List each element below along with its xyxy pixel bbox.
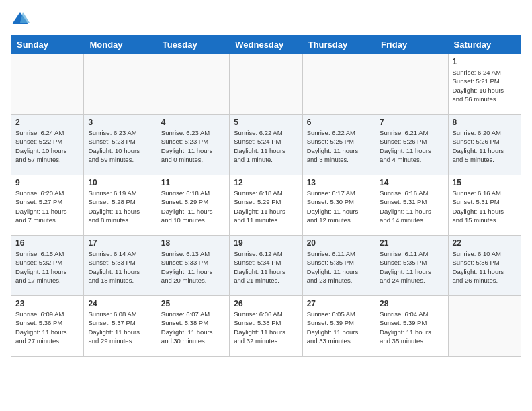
calendar-cell: 15Sunrise: 6:16 AM Sunset: 5:31 PM Dayli… — [448, 175, 521, 236]
calendar-cell: 17Sunrise: 6:14 AM Sunset: 5:33 PM Dayli… — [84, 236, 157, 296]
calendar-cell: 3Sunrise: 6:23 AM Sunset: 5:23 PM Daylig… — [84, 115, 157, 175]
calendar-cell: 11Sunrise: 6:18 AM Sunset: 5:29 PM Dayli… — [157, 175, 229, 236]
day-info: Sunrise: 6:18 AM Sunset: 5:29 PM Dayligh… — [161, 189, 225, 224]
day-info: Sunrise: 6:12 AM Sunset: 5:34 PM Dayligh… — [234, 249, 298, 285]
day-info: Sunrise: 6:15 AM Sunset: 5:32 PM Dayligh… — [15, 249, 79, 285]
day-info: Sunrise: 6:23 AM Sunset: 5:23 PM Dayligh… — [88, 128, 152, 164]
day-info: Sunrise: 6:22 AM Sunset: 5:24 PM Dayligh… — [234, 128, 298, 164]
weekday-header-sunday: Sunday — [11, 36, 84, 54]
day-info: Sunrise: 6:06 AM Sunset: 5:38 PM Dayligh… — [234, 310, 298, 345]
day-number: 4 — [161, 118, 225, 127]
calendar-cell: 20Sunrise: 6:11 AM Sunset: 5:35 PM Dayli… — [302, 236, 375, 296]
calendar-cell: 27Sunrise: 6:05 AM Sunset: 5:39 PM Dayli… — [302, 296, 375, 357]
day-info: Sunrise: 6:07 AM Sunset: 5:38 PM Dayligh… — [161, 310, 225, 345]
calendar-cell: 24Sunrise: 6:08 AM Sunset: 5:37 PM Dayli… — [84, 296, 157, 357]
calendar-cell — [448, 296, 521, 357]
svg-marker-1 — [20, 12, 30, 23]
logo-icon — [11, 11, 30, 30]
day-info: Sunrise: 6:23 AM Sunset: 5:23 PM Dayligh… — [161, 128, 225, 164]
calendar-cell: 26Sunrise: 6:06 AM Sunset: 5:38 PM Dayli… — [230, 296, 302, 357]
day-number: 10 — [88, 178, 152, 187]
day-number: 7 — [380, 118, 443, 127]
day-info: Sunrise: 6:17 AM Sunset: 5:30 PM Dayligh… — [307, 189, 371, 224]
calendar-cell: 10Sunrise: 6:19 AM Sunset: 5:28 PM Dayli… — [84, 175, 157, 236]
calendar-cell: 14Sunrise: 6:16 AM Sunset: 5:31 PM Dayli… — [375, 175, 448, 236]
calendar-cell — [302, 54, 375, 115]
calendar-cell: 25Sunrise: 6:07 AM Sunset: 5:38 PM Dayli… — [157, 296, 229, 357]
calendar-cell: 19Sunrise: 6:12 AM Sunset: 5:34 PM Dayli… — [230, 236, 302, 296]
day-number: 20 — [307, 238, 371, 248]
calendar-cell — [84, 54, 157, 115]
calendar-cell: 16Sunrise: 6:15 AM Sunset: 5:32 PM Dayli… — [11, 236, 84, 296]
calendar-cell: 22Sunrise: 6:10 AM Sunset: 5:36 PM Dayli… — [448, 236, 521, 296]
calendar-week-2: 9Sunrise: 6:20 AM Sunset: 5:27 PM Daylig… — [11, 175, 521, 236]
calendar-cell: 21Sunrise: 6:11 AM Sunset: 5:35 PM Dayli… — [375, 236, 448, 296]
calendar-cell: 8Sunrise: 6:20 AM Sunset: 5:26 PM Daylig… — [448, 115, 521, 175]
weekday-header-friday: Friday — [375, 36, 448, 54]
day-number: 12 — [234, 178, 298, 187]
day-info: Sunrise: 6:16 AM Sunset: 5:31 PM Dayligh… — [380, 189, 443, 224]
day-info: Sunrise: 6:05 AM Sunset: 5:39 PM Dayligh… — [307, 310, 371, 345]
day-info: Sunrise: 6:21 AM Sunset: 5:26 PM Dayligh… — [380, 128, 443, 164]
calendar-cell: 2Sunrise: 6:24 AM Sunset: 5:22 PM Daylig… — [11, 115, 84, 175]
weekday-header-thursday: Thursday — [302, 36, 375, 54]
day-number: 24 — [88, 299, 152, 308]
day-number: 17 — [88, 238, 152, 248]
day-number: 13 — [307, 178, 371, 187]
day-number: 3 — [88, 118, 152, 127]
calendar-cell: 4Sunrise: 6:23 AM Sunset: 5:23 PM Daylig… — [157, 115, 229, 175]
day-info: Sunrise: 6:08 AM Sunset: 5:37 PM Dayligh… — [88, 310, 152, 345]
page-header — [11, 11, 521, 30]
logo — [11, 11, 32, 30]
calendar-week-1: 2Sunrise: 6:24 AM Sunset: 5:22 PM Daylig… — [11, 115, 521, 175]
weekday-header-row: SundayMondayTuesdayWednesdayThursdayFrid… — [11, 36, 521, 54]
day-info: Sunrise: 6:24 AM Sunset: 5:22 PM Dayligh… — [15, 128, 79, 164]
calendar-cell: 18Sunrise: 6:13 AM Sunset: 5:33 PM Dayli… — [157, 236, 229, 296]
day-info: Sunrise: 6:20 AM Sunset: 5:26 PM Dayligh… — [453, 128, 517, 164]
day-info: Sunrise: 6:11 AM Sunset: 5:35 PM Dayligh… — [307, 249, 371, 285]
calendar-cell: 12Sunrise: 6:18 AM Sunset: 5:29 PM Dayli… — [230, 175, 302, 236]
calendar-week-4: 23Sunrise: 6:09 AM Sunset: 5:36 PM Dayli… — [11, 296, 521, 357]
day-number: 2 — [15, 118, 79, 127]
day-info: Sunrise: 6:22 AM Sunset: 5:25 PM Dayligh… — [307, 128, 371, 164]
day-number: 8 — [453, 118, 517, 127]
day-number: 25 — [161, 299, 225, 308]
day-number: 11 — [161, 178, 225, 187]
calendar-cell: 6Sunrise: 6:22 AM Sunset: 5:25 PM Daylig… — [302, 115, 375, 175]
day-number: 27 — [307, 299, 371, 308]
day-number: 16 — [15, 238, 79, 248]
day-info: Sunrise: 6:19 AM Sunset: 5:28 PM Dayligh… — [88, 189, 152, 224]
day-number: 19 — [234, 238, 298, 248]
calendar-cell — [11, 54, 84, 115]
day-number: 21 — [380, 238, 443, 248]
day-number: 14 — [380, 178, 443, 187]
calendar-cell: 5Sunrise: 6:22 AM Sunset: 5:24 PM Daylig… — [230, 115, 302, 175]
day-number: 18 — [161, 238, 225, 248]
day-info: Sunrise: 6:09 AM Sunset: 5:36 PM Dayligh… — [15, 310, 79, 345]
day-number: 15 — [453, 178, 517, 187]
day-number: 5 — [234, 118, 298, 127]
day-info: Sunrise: 6:04 AM Sunset: 5:39 PM Dayligh… — [380, 310, 443, 345]
weekday-header-tuesday: Tuesday — [157, 36, 229, 54]
day-number: 9 — [15, 178, 79, 187]
calendar-cell — [157, 54, 229, 115]
day-info: Sunrise: 6:11 AM Sunset: 5:35 PM Dayligh… — [380, 249, 443, 285]
day-info: Sunrise: 6:16 AM Sunset: 5:31 PM Dayligh… — [453, 189, 517, 224]
weekday-header-saturday: Saturday — [448, 36, 521, 54]
day-number: 23 — [15, 299, 79, 308]
calendar-table: SundayMondayTuesdayWednesdayThursdayFrid… — [11, 35, 521, 357]
calendar-cell — [375, 54, 448, 115]
calendar-cell: 7Sunrise: 6:21 AM Sunset: 5:26 PM Daylig… — [375, 115, 448, 175]
calendar-cell: 9Sunrise: 6:20 AM Sunset: 5:27 PM Daylig… — [11, 175, 84, 236]
day-number: 22 — [453, 238, 517, 248]
calendar-week-0: 1Sunrise: 6:24 AM Sunset: 5:21 PM Daylig… — [11, 54, 521, 115]
weekday-header-monday: Monday — [84, 36, 157, 54]
day-info: Sunrise: 6:10 AM Sunset: 5:36 PM Dayligh… — [453, 249, 517, 285]
calendar-cell: 23Sunrise: 6:09 AM Sunset: 5:36 PM Dayli… — [11, 296, 84, 357]
weekday-header-wednesday: Wednesday — [230, 36, 302, 54]
day-number: 1 — [453, 57, 517, 66]
day-number: 28 — [380, 299, 443, 308]
calendar-cell: 1Sunrise: 6:24 AM Sunset: 5:21 PM Daylig… — [448, 54, 521, 115]
day-number: 6 — [307, 118, 371, 127]
calendar-cell: 13Sunrise: 6:17 AM Sunset: 5:30 PM Dayli… — [302, 175, 375, 236]
